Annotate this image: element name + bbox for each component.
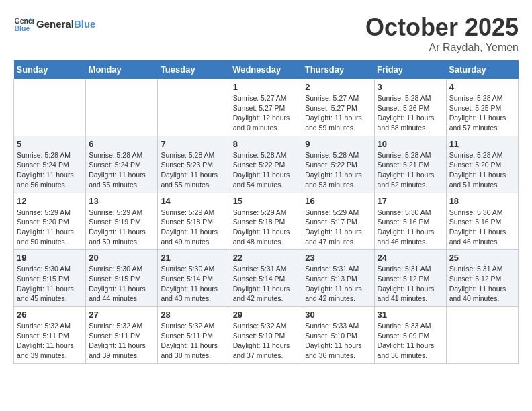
- calendar-cell: 3Sunrise: 5:28 AMSunset: 5:26 PMDaylight…: [374, 79, 446, 136]
- location-title: Ar Raydah, Yemen: [365, 42, 519, 54]
- day-number: 12: [17, 196, 83, 206]
- calendar-cell: 9Sunrise: 5:28 AMSunset: 5:22 PMDaylight…: [302, 136, 374, 193]
- day-number: 27: [89, 310, 154, 320]
- day-info: Sunrise: 5:29 AMSunset: 5:20 PMDaylight:…: [17, 208, 83, 247]
- day-number: 7: [161, 139, 226, 149]
- day-number: 5: [17, 139, 83, 149]
- calendar-cell: 16Sunrise: 5:29 AMSunset: 5:17 PMDayligh…: [302, 193, 374, 250]
- calendar-cell: 29Sunrise: 5:32 AMSunset: 5:10 PMDayligh…: [230, 307, 302, 364]
- day-info: Sunrise: 5:31 AMSunset: 5:14 PMDaylight:…: [233, 264, 300, 304]
- day-number: 13: [89, 196, 154, 206]
- day-number: 1: [233, 82, 300, 92]
- day-header-saturday: Saturday: [446, 60, 518, 79]
- day-number: 18: [449, 196, 515, 206]
- calendar-cell: 5Sunrise: 5:28 AMSunset: 5:24 PMDaylight…: [14, 136, 86, 193]
- day-header-sunday: Sunday: [14, 60, 86, 79]
- day-info: Sunrise: 5:28 AMSunset: 5:21 PMDaylight:…: [378, 150, 443, 190]
- day-info: Sunrise: 5:33 AMSunset: 5:09 PMDaylight:…: [378, 321, 443, 361]
- logo: General Blue GeneralBlue: [13, 13, 95, 34]
- day-number: 31: [378, 310, 443, 320]
- calendar-cell: [158, 79, 230, 136]
- title-block: October 2025 Ar Raydah, Yemen: [365, 13, 519, 54]
- day-number: 11: [449, 139, 515, 149]
- calendar-cell: 14Sunrise: 5:29 AMSunset: 5:18 PMDayligh…: [158, 193, 230, 250]
- day-number: 20: [89, 253, 154, 263]
- calendar-cell: 13Sunrise: 5:29 AMSunset: 5:19 PMDayligh…: [86, 193, 158, 250]
- day-info: Sunrise: 5:32 AMSunset: 5:11 PMDaylight:…: [161, 321, 226, 361]
- calendar-cell: 10Sunrise: 5:28 AMSunset: 5:21 PMDayligh…: [374, 136, 446, 193]
- day-number: 28: [161, 310, 226, 320]
- day-info: Sunrise: 5:31 AMSunset: 5:12 PMDaylight:…: [378, 264, 443, 304]
- page-header: General Blue GeneralBlue October 2025 Ar…: [13, 13, 519, 54]
- day-info: Sunrise: 5:33 AMSunset: 5:10 PMDaylight:…: [305, 321, 371, 361]
- day-info: Sunrise: 5:28 AMSunset: 5:26 PMDaylight:…: [378, 93, 443, 133]
- day-header-friday: Friday: [374, 60, 446, 79]
- day-info: Sunrise: 5:28 AMSunset: 5:23 PMDaylight:…: [161, 150, 226, 190]
- day-info: Sunrise: 5:28 AMSunset: 5:24 PMDaylight:…: [89, 150, 154, 190]
- day-header-monday: Monday: [86, 60, 158, 79]
- day-info: Sunrise: 5:28 AMSunset: 5:25 PMDaylight:…: [449, 93, 515, 133]
- day-number: 6: [89, 139, 154, 149]
- calendar-table: SundayMondayTuesdayWednesdayThursdayFrid…: [13, 60, 519, 364]
- calendar-cell: 25Sunrise: 5:31 AMSunset: 5:12 PMDayligh…: [446, 250, 518, 307]
- day-info: Sunrise: 5:32 AMSunset: 5:11 PMDaylight:…: [89, 321, 154, 361]
- day-info: Sunrise: 5:29 AMSunset: 5:18 PMDaylight:…: [161, 208, 226, 247]
- calendar-cell: 31Sunrise: 5:33 AMSunset: 5:09 PMDayligh…: [374, 307, 446, 364]
- calendar-cell: 22Sunrise: 5:31 AMSunset: 5:14 PMDayligh…: [230, 250, 302, 307]
- calendar-cell: 12Sunrise: 5:29 AMSunset: 5:20 PMDayligh…: [14, 193, 86, 250]
- calendar-cell: 26Sunrise: 5:32 AMSunset: 5:11 PMDayligh…: [14, 307, 86, 364]
- day-info: Sunrise: 5:28 AMSunset: 5:22 PMDaylight:…: [305, 150, 371, 190]
- day-number: 26: [17, 310, 83, 320]
- day-info: Sunrise: 5:32 AMSunset: 5:10 PMDaylight:…: [233, 321, 300, 361]
- day-info: Sunrise: 5:30 AMSunset: 5:16 PMDaylight:…: [378, 208, 443, 247]
- day-number: 30: [305, 310, 371, 320]
- day-info: Sunrise: 5:28 AMSunset: 5:24 PMDaylight:…: [17, 150, 83, 190]
- day-number: 2: [305, 82, 371, 92]
- calendar-cell: 27Sunrise: 5:32 AMSunset: 5:11 PMDayligh…: [86, 307, 158, 364]
- day-info: Sunrise: 5:31 AMSunset: 5:12 PMDaylight:…: [449, 264, 515, 304]
- day-header-tuesday: Tuesday: [158, 60, 230, 79]
- calendar-cell: [14, 79, 86, 136]
- week-row-5: 26Sunrise: 5:32 AMSunset: 5:11 PMDayligh…: [14, 307, 519, 364]
- day-info: Sunrise: 5:30 AMSunset: 5:15 PMDaylight:…: [17, 264, 83, 304]
- calendar-cell: 24Sunrise: 5:31 AMSunset: 5:12 PMDayligh…: [374, 250, 446, 307]
- calendar-cell: 30Sunrise: 5:33 AMSunset: 5:10 PMDayligh…: [302, 307, 374, 364]
- calendar-header-row: SundayMondayTuesdayWednesdayThursdayFrid…: [14, 60, 519, 79]
- day-info: Sunrise: 5:29 AMSunset: 5:19 PMDaylight:…: [89, 208, 154, 247]
- day-number: 16: [305, 196, 371, 206]
- calendar-cell: 18Sunrise: 5:30 AMSunset: 5:16 PMDayligh…: [446, 193, 518, 250]
- logo-icon: General Blue: [13, 13, 34, 34]
- day-number: 15: [233, 196, 300, 206]
- month-title: October 2025: [365, 13, 519, 42]
- calendar-cell: 15Sunrise: 5:29 AMSunset: 5:18 PMDayligh…: [230, 193, 302, 250]
- day-info: Sunrise: 5:28 AMSunset: 5:20 PMDaylight:…: [449, 150, 515, 190]
- calendar-cell: 17Sunrise: 5:30 AMSunset: 5:16 PMDayligh…: [374, 193, 446, 250]
- day-info: Sunrise: 5:28 AMSunset: 5:22 PMDaylight:…: [233, 150, 300, 190]
- day-number: 23: [305, 253, 371, 263]
- calendar-cell: 20Sunrise: 5:30 AMSunset: 5:15 PMDayligh…: [86, 250, 158, 307]
- day-number: 21: [161, 253, 226, 263]
- week-row-2: 5Sunrise: 5:28 AMSunset: 5:24 PMDaylight…: [14, 136, 519, 193]
- day-number: 19: [17, 253, 83, 263]
- day-number: 25: [449, 253, 515, 263]
- day-info: Sunrise: 5:31 AMSunset: 5:13 PMDaylight:…: [305, 264, 371, 304]
- day-info: Sunrise: 5:29 AMSunset: 5:18 PMDaylight:…: [233, 208, 300, 247]
- calendar-cell: 1Sunrise: 5:27 AMSunset: 5:27 PMDaylight…: [230, 79, 302, 136]
- day-number: 10: [378, 139, 443, 149]
- day-number: 9: [305, 139, 371, 149]
- day-info: Sunrise: 5:30 AMSunset: 5:15 PMDaylight:…: [89, 264, 154, 304]
- day-number: 14: [161, 196, 226, 206]
- svg-text:Blue: Blue: [15, 24, 30, 32]
- calendar-cell: 21Sunrise: 5:30 AMSunset: 5:14 PMDayligh…: [158, 250, 230, 307]
- week-row-1: 1Sunrise: 5:27 AMSunset: 5:27 PMDaylight…: [14, 79, 519, 136]
- day-header-thursday: Thursday: [302, 60, 374, 79]
- calendar-cell: 19Sunrise: 5:30 AMSunset: 5:15 PMDayligh…: [14, 250, 86, 307]
- calendar-cell: 2Sunrise: 5:27 AMSunset: 5:27 PMDaylight…: [302, 79, 374, 136]
- calendar-cell: 23Sunrise: 5:31 AMSunset: 5:13 PMDayligh…: [302, 250, 374, 307]
- day-info: Sunrise: 5:27 AMSunset: 5:27 PMDaylight:…: [305, 93, 371, 133]
- calendar-cell: 6Sunrise: 5:28 AMSunset: 5:24 PMDaylight…: [86, 136, 158, 193]
- day-info: Sunrise: 5:29 AMSunset: 5:17 PMDaylight:…: [305, 208, 371, 247]
- calendar-cell: 4Sunrise: 5:28 AMSunset: 5:25 PMDaylight…: [446, 79, 518, 136]
- day-header-wednesday: Wednesday: [230, 60, 302, 79]
- calendar-cell: 11Sunrise: 5:28 AMSunset: 5:20 PMDayligh…: [446, 136, 518, 193]
